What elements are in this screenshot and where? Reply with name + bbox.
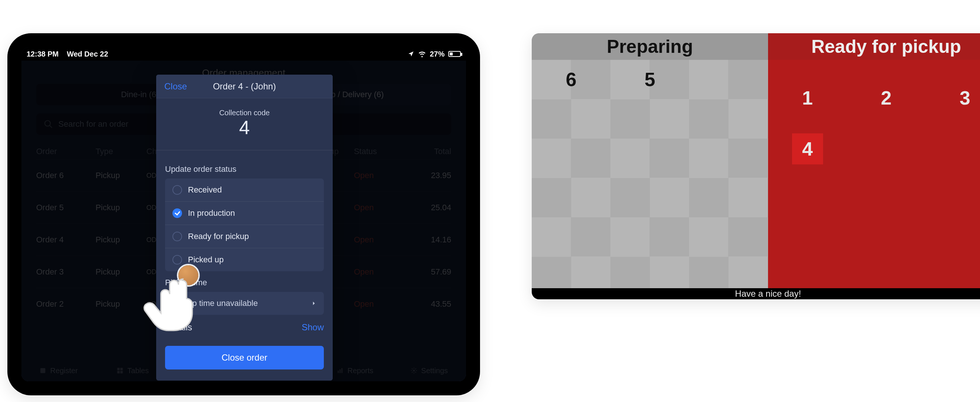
cds-ready-number: 3 bbox=[926, 78, 980, 118]
wifi-icon bbox=[418, 50, 426, 58]
battery-percent: 27% bbox=[430, 50, 445, 58]
radio-icon bbox=[172, 185, 182, 195]
modal-title: Order 4 - (John) bbox=[213, 81, 276, 92]
status-label: Picked up bbox=[188, 255, 224, 265]
ipad-screen: 12:38 PM Wed Dec 22 27% Order management… bbox=[21, 47, 466, 381]
cds-ready-number-highlighted: 4 bbox=[768, 118, 847, 180]
status-option-picked-up[interactable]: Picked up bbox=[165, 248, 324, 271]
status-time: 12:38 PM bbox=[27, 50, 59, 58]
pickup-time-value: Pickup time unavailable bbox=[172, 298, 258, 308]
status-option-received[interactable]: Received bbox=[165, 179, 324, 201]
status-label: Ready for pickup bbox=[188, 232, 249, 241]
radio-icon bbox=[172, 255, 182, 265]
radio-icon bbox=[172, 232, 182, 241]
cds-header-preparing: Preparing bbox=[532, 33, 768, 60]
cds-header: Preparing Ready for pickup bbox=[532, 33, 980, 60]
cds-empty-cell bbox=[689, 60, 768, 99]
close-button[interactable]: Close bbox=[164, 81, 187, 92]
radio-checked-icon bbox=[172, 208, 182, 218]
cds-header-ready: Ready for pickup bbox=[768, 33, 980, 60]
status-label: Received bbox=[188, 185, 222, 195]
cds-preparing-number: 6 bbox=[532, 60, 610, 99]
pickup-time-label: Pickup time bbox=[165, 278, 324, 287]
order-status-list: Received In production Ready for pickup bbox=[165, 179, 324, 271]
cds-preparing-column: 6 5 bbox=[532, 60, 768, 289]
chevron-right-icon bbox=[311, 301, 317, 306]
close-order-button[interactable]: Close order bbox=[165, 346, 324, 370]
order-detail-modal: Close Order 4 - (John) Collection code 4… bbox=[156, 75, 333, 381]
customer-display-screen: Preparing Ready for pickup 6 5 1 2 3 bbox=[532, 33, 980, 299]
status-bar: 12:38 PM Wed Dec 22 27% bbox=[21, 47, 466, 61]
cds-ready-column: 1 2 3 4 bbox=[768, 60, 980, 289]
status-label: In production bbox=[188, 208, 235, 218]
cds-footer-message: Have a nice day! bbox=[532, 288, 980, 299]
details-show-button[interactable]: Show bbox=[302, 322, 324, 333]
cds-preparing-number: 5 bbox=[610, 60, 689, 99]
update-status-label: Update order status bbox=[165, 164, 324, 174]
cds-empty-cell bbox=[847, 118, 925, 157]
pickup-time-dropdown[interactable]: Pickup time unavailable bbox=[165, 292, 324, 315]
collection-code-value: 4 bbox=[165, 117, 324, 145]
details-label: Details bbox=[165, 322, 192, 333]
location-icon bbox=[408, 51, 414, 57]
status-option-ready-for-pickup[interactable]: Ready for pickup bbox=[165, 225, 324, 248]
collection-code-label: Collection code bbox=[165, 108, 324, 117]
cds-ready-number-value: 4 bbox=[802, 138, 813, 160]
ipad-device: 12:38 PM Wed Dec 22 27% Order management… bbox=[7, 33, 480, 396]
cds-empty-cell bbox=[926, 118, 980, 157]
status-option-in-production[interactable]: In production bbox=[165, 201, 324, 225]
cds-ready-number: 1 bbox=[768, 78, 847, 118]
battery-icon bbox=[448, 51, 461, 57]
status-date: Wed Dec 22 bbox=[67, 50, 108, 58]
cds-ready-number: 2 bbox=[847, 78, 925, 118]
